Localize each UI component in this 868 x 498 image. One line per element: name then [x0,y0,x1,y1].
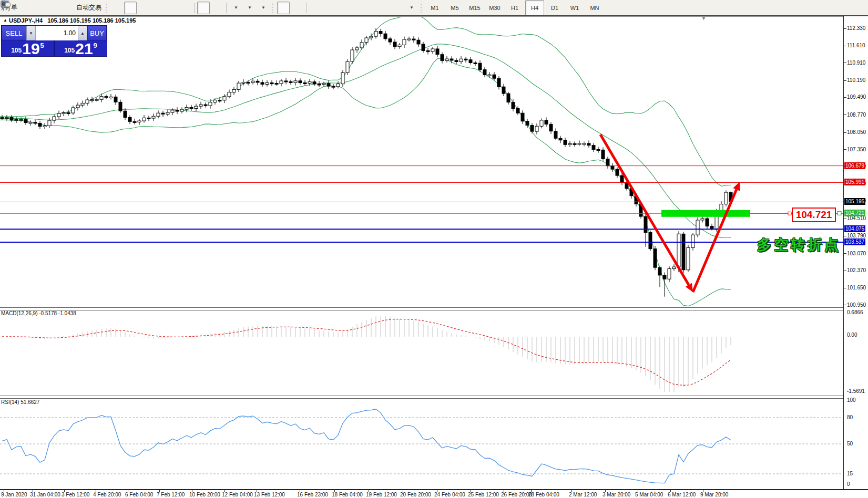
rsi-axis-label: 15 [847,471,853,476]
buy-price-point: 9 [94,42,97,49]
axis-tick [844,219,846,219]
time-tick-label: 6 Feb 04:00 [125,492,153,497]
buy-price-figure: 105 [64,47,75,54]
buy-price-pips: 21 [75,42,93,56]
time-tick-label: 3 Mar 20:00 [603,492,630,497]
axis-tick [844,80,846,81]
time-tick-label: 18 Feb 04:00 [332,492,363,497]
chart-canvas[interactable] [0,0,868,498]
time-tick-label: 5 Mar 04:00 [635,492,663,497]
time-tick-label: 4 Feb 20:00 [93,492,121,497]
rsi-axis-label: 50 [847,441,853,447]
sell-price-figure: 105 [11,47,22,54]
chart-title: ▲ USDJPY-,H4 105.186 105.195 105.186 105… [3,17,136,24]
price-tick-label: 108.770 [847,112,866,118]
time-tick-label: 6 Mar 12:00 [668,492,696,497]
price-callout-box[interactable]: 104.721 [792,208,836,222]
axis-tick [844,46,846,46]
axis-tick [844,132,846,133]
time-tick-label: 20 Feb 20:00 [400,492,431,497]
sell-price-point: 5 [40,42,44,49]
axis-tick [844,288,846,288]
price-tick-label: 103.070 [847,251,866,256]
sell-price-pips: 19 [22,42,39,56]
time-axis[interactable]: 9 Jan 202031 Jan 04:003 Feb 12:004 Feb 2… [0,489,868,498]
axis-tick [844,97,846,98]
scroll-to-end-icon[interactable]: ▼ [701,16,706,21]
axis-tick [844,63,846,63]
price-tick-label: 107.350 [847,147,866,152]
price-tick-label: 111.610 [847,43,865,48]
current-price-label: 105.195 [844,198,865,205]
time-tick-label: 28 Feb 04:00 [528,492,559,497]
panel-separator[interactable] [0,307,868,310]
price-tick-label: 100.950 [847,302,866,308]
macd-axis-label: -1.5691 [847,388,865,394]
time-tick-label: 9 Mar 20:00 [700,492,728,497]
chart-border [0,16,868,17]
time-tick-label: 10 Feb 20:00 [189,492,220,497]
axis-tick [844,305,846,305]
buy-button[interactable]: BUY [87,26,107,40]
rsi-axis-label: 0 [847,481,850,487]
axis-tick [844,28,846,29]
price-tick-label: 112.330 [847,25,865,31]
support-highlight[interactable] [661,210,750,217]
price-level-label: 105.991 [844,179,865,185]
time-tick-label: 19 Feb 12:00 [366,492,397,497]
time-tick-label: 16 Feb 23:00 [297,492,328,497]
time-tick-label: 31 Jan 04:00 [30,492,60,497]
price-tick-label: 109.490 [847,94,866,100]
time-tick-label: 3 Feb 12:00 [62,492,89,497]
panel-separator[interactable] [0,396,868,399]
time-tick-label: 26 Feb 20:00 [501,492,532,497]
volume-up-button[interactable]: ▲ [78,26,87,40]
price-tick-label: 108.050 [847,129,866,135]
time-tick-label: 13 Feb 12:00 [254,492,285,497]
one-click-trading-panel: SELL ▼ ▲ BUY 105 19 5 105 21 9 [1,25,107,57]
macd-axis-label: 0.00 [847,332,857,338]
price-tick-label: 101.650 [847,285,866,290]
price-tick-label: 103.790 [847,233,866,238]
price-tick-label: 110.190 [847,77,865,83]
price-tick-label: 110.910 [847,60,865,66]
axis-tick [844,115,846,115]
axis-tick [844,236,846,236]
price-level-label: 106.679 [844,162,865,169]
sell-price[interactable]: 105 19 5 [2,40,54,56]
symbol-period-label: USDJPY-,H4 [9,17,43,24]
buy-price[interactable]: 105 21 9 [55,40,107,56]
rsi-axis-label: 100 [847,397,856,403]
axis-tick [844,271,846,271]
time-tick-label: 12 Feb 04:00 [222,492,253,497]
price-level-label: 104.721 [844,210,865,216]
collapse-triangle-icon[interactable]: ▲ [3,18,7,23]
ohlc-quote: 105.186 105.195 105.186 105.195 [47,17,136,24]
price-level-label: 104.075 [844,225,865,232]
price-axis[interactable]: 112.330111.610110.910110.190109.490108.7… [843,16,868,489]
time-tick-label: 24 Feb 04:00 [434,492,465,497]
volume-input[interactable] [36,26,78,40]
rsi-axis-label: 80 [847,414,853,420]
axis-tick [844,253,846,254]
chart-annotation[interactable]: 多空转折点 [757,235,841,254]
price-tick-label: 102.370 [847,267,866,273]
time-tick-label: 2 Mar 12:00 [569,492,597,497]
mt4-window: 新订单 自动交易 ▼ ▼ ▼ E F A T ▼ M1M5M15M [0,0,868,498]
time-tick-label: 25 Feb 12:00 [468,492,499,497]
price-level-label: 103.537 [844,238,865,245]
rsi-label: RSI(14) 51.6627 [1,399,39,405]
time-tick-label: 7 Feb 12:00 [157,492,185,497]
time-tick-label: 9 Jan 2020 [1,492,27,497]
sell-button[interactable]: SELL [2,26,26,40]
volume-down-button[interactable]: ▼ [26,26,36,40]
axis-tick [844,149,846,150]
macd-label: MACD(12,26,9) -0.5178 -1.0438 [1,310,76,316]
macd-axis-label: 0.6866 [847,309,863,315]
